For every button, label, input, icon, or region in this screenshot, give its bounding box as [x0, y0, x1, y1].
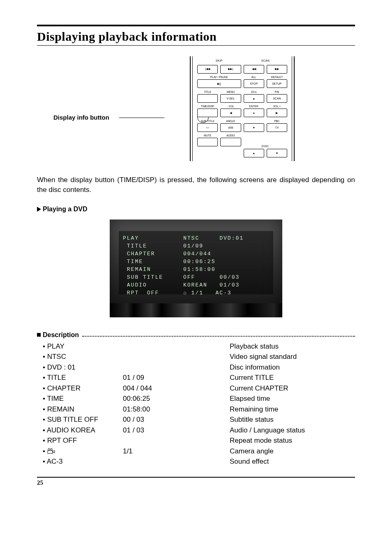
description-heading-text: Description: [43, 331, 79, 339]
description-row: TITLE01 / 09Current TITLE: [43, 372, 355, 383]
volminus-label: - VOL: [220, 105, 241, 109]
scan-ff-button[interactable]: ▶▶: [267, 65, 287, 74]
svg-point-1: [50, 448, 52, 450]
callout-label: Display info button: [53, 114, 109, 121]
scan-button[interactable]: SCAN: [267, 94, 287, 103]
scan-bracket-label: SCAN: [244, 59, 288, 64]
description-table: PLAYPlayback statusNTSCVideo signal stan…: [43, 341, 355, 467]
description-value: 01:58:00: [123, 404, 230, 415]
setup-button[interactable]: SETUP: [267, 79, 287, 88]
description-row: 1/1Camera angle: [43, 446, 355, 457]
title-button[interactable]: [197, 94, 218, 103]
scan-rew-button[interactable]: ◀◀: [244, 65, 264, 74]
menu-label: MENU: [220, 90, 241, 94]
skip-next-button[interactable]: ▶▶|: [220, 65, 241, 74]
description-label: TIME: [43, 393, 123, 404]
volplus-label: VOL +: [267, 105, 287, 109]
description-meaning: Current CHAPTER: [230, 383, 355, 394]
description-value: [123, 435, 230, 446]
svg-rect-2: [48, 451, 53, 453]
page-title: Displaying playback information: [37, 30, 355, 44]
description-meaning: Disc information: [230, 362, 355, 373]
description-meaning: Video signal standard: [230, 351, 355, 362]
description-value: 1/1: [123, 446, 230, 457]
description-label: [43, 446, 123, 457]
description-row: SUB TITLE OFF00 / 03Subtitle status: [43, 414, 355, 425]
description-value: 004 / 044: [123, 383, 230, 394]
description-meaning: Camera angle: [230, 446, 355, 457]
description-heading: Description: [37, 331, 355, 339]
subtitle-label: SUB-TITLE: [197, 120, 218, 123]
enter-button[interactable]: ●: [244, 109, 264, 117]
description-meaning: Elapsed time: [230, 393, 355, 404]
right-button[interactable]: ▶: [267, 109, 287, 117]
timedisp-label: TIME/DISP: [197, 105, 218, 109]
ch-down-decor: [244, 120, 264, 123]
skip-bracket-label: SKIP: [197, 59, 241, 64]
description-meaning: Current TITLE: [230, 372, 355, 383]
mute-label: MUTE: [197, 134, 218, 138]
description-label: PLAY: [43, 341, 123, 352]
description-value: 01 / 09: [123, 372, 230, 383]
description-label: DVD : 01: [43, 362, 123, 373]
all-label: ALL: [244, 76, 264, 79]
down-button[interactable]: ▼: [244, 123, 264, 132]
stop-button[interactable]: STOP: [244, 79, 264, 88]
remote-diagram: SKIP SCAN |◀◀ ▶▶| ◀◀ ▶▶ PLAY / PAUSE ▶||…: [190, 56, 295, 161]
description-row: CHAPTER004 / 044Current CHAPTER: [43, 383, 355, 394]
description-value: 00 / 03: [123, 414, 230, 425]
pn-label: P/N: [267, 90, 287, 94]
enter-label: ENTER: [244, 105, 264, 109]
description-meaning: Repeat mode status: [230, 435, 355, 446]
description-row: NTSCVideo signal standard: [43, 351, 355, 362]
description-label: AUDIO KOREA: [43, 425, 123, 436]
playpause-button[interactable]: ▶||: [197, 79, 241, 88]
description-label: RPT OFF: [43, 435, 123, 446]
mute-button[interactable]: [197, 138, 218, 146]
description-meaning: Subtitle status: [230, 414, 355, 425]
description-label: CHAPTER: [43, 383, 123, 394]
camera-angle-icon: [47, 448, 55, 454]
description-row: RPT OFFRepeat mode status: [43, 435, 355, 446]
description-meaning: Sound effect: [230, 456, 355, 467]
timedisp-button[interactable]: [197, 109, 218, 117]
description-value: [123, 351, 230, 362]
description-label: NTSC: [43, 351, 123, 362]
am-button[interactable]: A/M: [220, 123, 241, 132]
description-label: SUB TITLE OFF: [43, 414, 123, 425]
disc-up-button[interactable]: ▲: [244, 149, 264, 157]
tx-button[interactable]: TX: [267, 123, 287, 132]
description-row: DVD : 01Disc information: [43, 362, 355, 373]
description-label: REMAIN: [43, 404, 123, 415]
svg-point-0: [48, 448, 49, 450]
description-meaning: Remaining time: [230, 404, 355, 415]
description-value: [123, 456, 230, 467]
description-row: REMAIN01:58:00Remaining time: [43, 404, 355, 415]
disc-down-button[interactable]: ▼: [267, 149, 287, 157]
description-label: AC-3: [43, 456, 123, 467]
description-value: 01 / 03: [123, 425, 230, 436]
playpause-label: PLAY / PAUSE: [197, 76, 241, 79]
description-row: AUDIO KOREA01 / 03Audio / Language statu…: [43, 425, 355, 436]
disc-bracket-label: DISC: [244, 144, 288, 148]
osd-screenshot: PLAY NTSC DVD:01 TITLE 01/09 CHAPTER 004…: [110, 220, 282, 317]
page-number: 25: [37, 479, 43, 486]
subtitle-button[interactable]: ▭: [197, 123, 218, 132]
subheading-playing-dvd: Playing a DVD: [37, 206, 355, 213]
vsel-button[interactable]: V-SEL: [220, 94, 241, 103]
dotted-rule: [82, 336, 355, 337]
description-meaning: Playback status: [230, 341, 355, 352]
skip-prev-button[interactable]: |◀◀: [197, 65, 218, 74]
pbc-label: PBC: [267, 120, 287, 123]
default-label: DEFAULT: [267, 76, 287, 79]
description-row: AC-3Sound effect: [43, 456, 355, 467]
audio-button[interactable]: [220, 138, 241, 146]
description-row: PLAYPlayback status: [43, 341, 355, 352]
square-icon: [37, 333, 41, 337]
audio-label: AUDIO: [220, 134, 241, 138]
subheading-text: Playing a DVD: [43, 206, 87, 213]
left-button[interactable]: ◀: [220, 109, 241, 117]
callout-line: [119, 118, 164, 118]
osd-overlay-text: PLAY NTSC DVD:01 TITLE 01/09 CHAPTER 004…: [123, 234, 244, 297]
up-button[interactable]: ▲: [244, 94, 264, 103]
